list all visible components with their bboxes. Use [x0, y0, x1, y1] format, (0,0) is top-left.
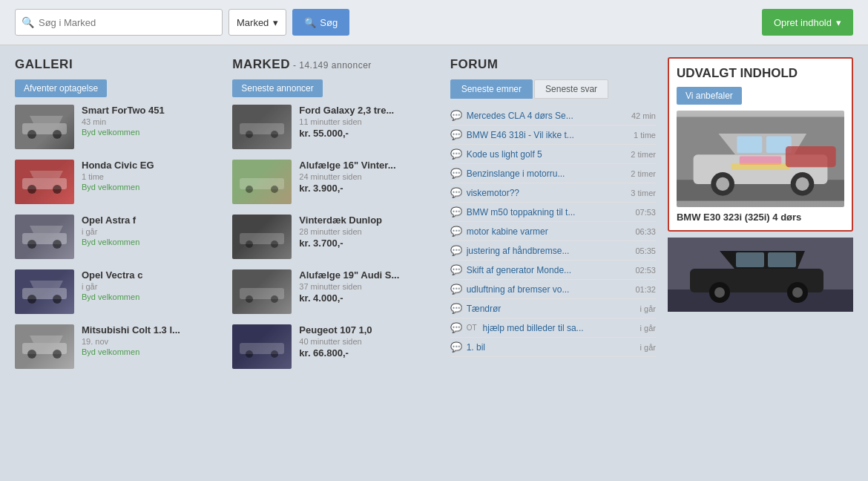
svg-point-32 — [271, 186, 278, 193]
forum-list-item[interactable]: 💬 OT hjælp med billeder til sa... i går — [450, 318, 656, 338]
search-wrapper: 🔍 — [15, 9, 223, 36]
gallery-filter-button[interactable]: Afventer optagelse — [15, 79, 107, 97]
chevron-down-icon: ▾ — [836, 17, 841, 28]
forum-list-item[interactable]: 💬 Kode us light golf 5 2 timer — [450, 145, 656, 164]
gallery-item-name: Opel Vectra c — [82, 269, 220, 281]
svg-point-4 — [53, 130, 62, 139]
market-item-info: Alufælge 16" Vinter... 24 minutter siden… — [299, 160, 438, 194]
forum-topic-icon: 💬 — [450, 129, 462, 140]
svg-point-39 — [246, 295, 253, 303]
svg-rect-56 — [731, 163, 789, 170]
forum-item-title: Benzinslange i motorru... — [467, 168, 622, 179]
forum-list-item[interactable]: 💬 Mercedes CLA 4 dørs Se... 42 min — [450, 106, 656, 125]
gallery-list-item[interactable]: Opel Astra f i går Byd velkommen — [15, 215, 220, 259]
svg-marker-17 — [30, 281, 63, 288]
market-list-item[interactable]: Alufælge 19" Audi S... 37 minutter siden… — [232, 269, 438, 314]
svg-rect-49 — [737, 136, 762, 153]
market-item-price: kr. 4.000,- — [299, 292, 438, 304]
svg-point-44 — [271, 350, 278, 358]
market-list-item[interactable]: Alufælge 16" Vinter... 24 minutter siden… — [232, 160, 438, 204]
vi-anbefaler-button[interactable]: Vi anbefaler — [677, 87, 742, 105]
market-list-item[interactable]: Peugeot 107 1,0 40 minutter siden kr. 66… — [232, 324, 438, 369]
gallery-list-item[interactable]: Mitsubishi Colt 1.3 l... 19. nov Byd vel… — [15, 324, 220, 369]
market-item-time: 28 minutter siden — [299, 227, 438, 236]
svg-rect-59 — [668, 289, 853, 312]
gallery-item-name: Opel Astra f — [82, 215, 220, 226]
gallery-item-time: i går — [82, 282, 220, 291]
svg-point-36 — [271, 240, 278, 248]
forum-topic-icon: 💬 — [450, 245, 462, 256]
market-item-thumb — [232, 105, 292, 149]
gallery-item-welcome: Byd velkommen — [82, 347, 220, 356]
main-content: GALLERI Afventer optagelse Smart ForTwo … — [0, 45, 868, 391]
market-filter-button[interactable]: Seneste annoncer — [232, 79, 322, 97]
svg-point-54 — [795, 177, 809, 191]
forum-item-time: 07:53 — [626, 208, 656, 217]
forum-list-item[interactable]: 💬 BMW m50 toppakning til t... 07:53 — [450, 203, 656, 222]
market-item-time: 37 minutter siden — [299, 282, 438, 291]
forum-item-title: BMW E46 318i - Vil ikke t... — [467, 130, 622, 140]
gallery-item-thumb — [15, 324, 74, 369]
search-button[interactable]: 🔍 Søg — [292, 9, 349, 36]
svg-point-40 — [271, 295, 278, 303]
svg-point-8 — [27, 185, 36, 194]
gallery-list-item[interactable]: Honda Civic EG 1 time Byd velkommen — [15, 160, 220, 204]
forum-list-item[interactable]: 💬 Tændrør i går — [450, 299, 656, 318]
forum-topic-icon: 💬 — [450, 303, 462, 314]
svg-point-31 — [246, 186, 253, 193]
forum-list-item[interactable]: 💬 viskemotor?? 3 timer — [450, 183, 656, 203]
forum-item-time: 2 timer — [626, 169, 656, 178]
svg-point-23 — [27, 350, 36, 359]
forum-item-time: 01:32 — [626, 285, 656, 294]
forum-list-item[interactable]: 💬 1. bil i går — [450, 338, 656, 357]
forum-item-time: 3 timer — [626, 189, 656, 197]
svg-marker-12 — [30, 226, 63, 233]
market-item-info: Alufælge 19" Audi S... 37 minutter siden… — [299, 269, 438, 304]
udvalgt-box: UDVALGT INDHOLD Vi anbefaler — [668, 57, 853, 232]
top-bar: 🔍 Marked ▾ 🔍 Søg Opret indhold ▾ — [0, 0, 868, 45]
market-item-name: Peugeot 107 1,0 — [299, 324, 438, 336]
market-list-item[interactable]: Vinterdæk Dunlop 28 minutter siden kr. 3… — [232, 215, 438, 259]
create-content-button[interactable]: Opret indhold ▾ — [762, 9, 853, 36]
second-featured-image[interactable] — [668, 238, 853, 312]
gallery-item-welcome: Byd velkommen — [82, 128, 220, 137]
forum-item-title: 1. bil — [467, 342, 622, 353]
market-item-time: 11 minutter siden — [299, 117, 438, 126]
featured-image[interactable] — [677, 111, 844, 207]
market-item-price: kr. 3.700,- — [299, 238, 438, 249]
market-item-info: Vinterdæk Dunlop 28 minutter siden kr. 3… — [299, 215, 438, 249]
forum-list-item[interactable]: 💬 Benzinslange i motorru... 2 timer — [450, 164, 656, 183]
market-list-item[interactable]: Ford Galaxy 2,3 tre... 11 minutter siden… — [232, 105, 438, 149]
forum-item-title: Skift af generator Monde... — [467, 265, 622, 275]
gallery-item-time: 43 min — [82, 117, 220, 126]
forum-item-time: 06:33 — [626, 227, 656, 236]
category-select[interactable]: Marked ▾ — [228, 9, 286, 36]
forum-list-item[interactable]: 💬 motor kabine varmer 06:33 — [450, 222, 656, 241]
gallery-item-thumb — [15, 160, 74, 204]
forum-tab[interactable]: Seneste emner — [450, 79, 533, 99]
gallery-list-item[interactable]: Smart ForTwo 451 43 min Byd velkommen — [15, 105, 220, 149]
gallery-item-name: Honda Civic EG — [82, 160, 220, 171]
forum-list-item[interactable]: 💬 justering af håndbremse... 05:35 — [450, 241, 656, 261]
forum-item-title: motor kabine varmer — [467, 226, 622, 237]
forum-list-item[interactable]: 💬 udluftning af bremser vo... 01:32 — [450, 280, 656, 299]
svg-point-65 — [714, 287, 725, 298]
forum-item-title: Kode us light golf 5 — [467, 149, 622, 160]
forum-list-item[interactable]: 💬 Skift af generator Monde... 02:53 — [450, 261, 656, 280]
forum-item-title: justering af håndbremse... — [467, 246, 622, 256]
search-input[interactable] — [39, 17, 216, 28]
forum-item-title: hjælp med billeder til sa... — [483, 323, 622, 333]
forum-item-time: 42 min — [626, 111, 656, 120]
forum-tab[interactable]: Seneste svar — [534, 79, 608, 99]
gallery-list-item[interactable]: Opel Vectra c i går Byd velkommen — [15, 269, 220, 314]
market-item-name: Alufælge 16" Vinter... — [299, 160, 438, 171]
gallery-item-info: Opel Vectra c i går Byd velkommen — [82, 269, 220, 301]
svg-point-28 — [271, 131, 278, 138]
forum-item-time: i går — [626, 304, 656, 313]
gallery-item-info: Mitsubishi Colt 1.3 l... 19. nov Byd vel… — [82, 324, 220, 356]
forum-topic-icon: 💬 — [450, 264, 462, 275]
market-item-thumb — [232, 269, 292, 314]
forum-list-item[interactable]: 💬 BMW E46 318i - Vil ikke t... 1 time — [450, 125, 656, 145]
market-item-price: kr. 66.800,- — [299, 347, 438, 359]
svg-point-19 — [53, 295, 62, 304]
